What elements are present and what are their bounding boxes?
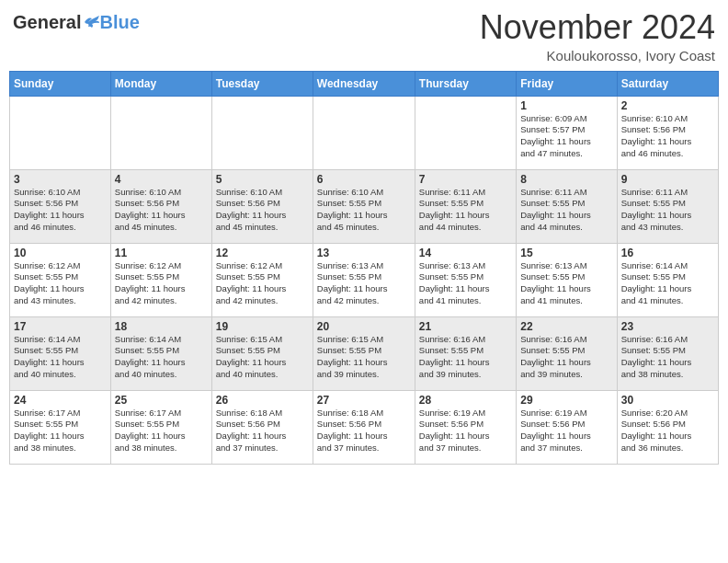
- logo-general-text: General: [13, 13, 81, 31]
- day-info: Sunrise: 6:20 AM Sunset: 5:56 PM Dayligh…: [621, 408, 714, 454]
- calendar-week-row: 10Sunrise: 6:12 AM Sunset: 5:55 PM Dayli…: [10, 243, 719, 316]
- day-info: Sunrise: 6:19 AM Sunset: 5:56 PM Dayligh…: [520, 408, 612, 454]
- day-info: Sunrise: 6:16 AM Sunset: 5:55 PM Dayligh…: [419, 334, 512, 381]
- location-text: Kouloukorosso, Ivory Coast: [480, 48, 715, 63]
- day-number: 21: [419, 320, 512, 333]
- weekday-header-friday: Friday: [517, 71, 617, 96]
- calendar-cell: 30Sunrise: 6:20 AM Sunset: 5:56 PM Dayli…: [617, 390, 718, 464]
- day-info: Sunrise: 6:17 AM Sunset: 5:55 PM Dayligh…: [14, 408, 107, 454]
- calendar-cell: [415, 96, 516, 169]
- calendar-cell: 14Sunrise: 6:13 AM Sunset: 5:55 PM Dayli…: [415, 243, 516, 316]
- calendar-cell: 22Sunrise: 6:16 AM Sunset: 5:55 PM Dayli…: [517, 316, 617, 390]
- day-number: 13: [317, 247, 411, 259]
- calendar-cell: 21Sunrise: 6:16 AM Sunset: 5:55 PM Dayli…: [415, 316, 516, 390]
- day-info: Sunrise: 6:14 AM Sunset: 5:55 PM Dayligh…: [14, 334, 107, 381]
- day-info: Sunrise: 6:14 AM Sunset: 5:55 PM Dayligh…: [115, 334, 208, 381]
- day-number: 16: [621, 247, 714, 259]
- calendar-cell: 15Sunrise: 6:13 AM Sunset: 5:55 PM Dayli…: [517, 243, 617, 316]
- day-number: 17: [14, 320, 107, 333]
- weekday-header-monday: Monday: [110, 71, 211, 96]
- calendar-cell: 26Sunrise: 6:18 AM Sunset: 5:56 PM Dayli…: [211, 390, 313, 464]
- calendar-cell: [10, 96, 111, 169]
- day-number: 24: [14, 394, 107, 407]
- weekday-header-tuesday: Tuesday: [211, 71, 313, 96]
- day-info: Sunrise: 6:18 AM Sunset: 5:56 PM Dayligh…: [216, 408, 309, 454]
- calendar-cell: 17Sunrise: 6:14 AM Sunset: 5:55 PM Dayli…: [10, 316, 111, 390]
- calendar-cell: 4Sunrise: 6:10 AM Sunset: 5:56 PM Daylig…: [110, 169, 211, 243]
- day-number: 28: [419, 394, 512, 407]
- day-number: 27: [317, 394, 411, 407]
- day-number: 10: [14, 247, 107, 259]
- day-info: Sunrise: 6:16 AM Sunset: 5:55 PM Dayligh…: [520, 334, 612, 381]
- calendar-cell: 2Sunrise: 6:10 AM Sunset: 5:56 PM Daylig…: [617, 96, 718, 169]
- day-info: Sunrise: 6:16 AM Sunset: 5:55 PM Dayligh…: [621, 334, 714, 381]
- day-number: 12: [216, 247, 309, 259]
- calendar-cell: 5Sunrise: 6:10 AM Sunset: 5:56 PM Daylig…: [211, 169, 313, 243]
- calendar-cell: 24Sunrise: 6:17 AM Sunset: 5:55 PM Dayli…: [10, 390, 111, 464]
- day-info: Sunrise: 6:19 AM Sunset: 5:56 PM Dayligh…: [419, 408, 512, 454]
- logo: General Blue: [13, 9, 140, 31]
- calendar-cell: 11Sunrise: 6:12 AM Sunset: 5:55 PM Dayli…: [110, 243, 211, 316]
- day-info: Sunrise: 6:12 AM Sunset: 5:55 PM Dayligh…: [14, 260, 107, 307]
- day-number: 1: [520, 99, 612, 112]
- day-info: Sunrise: 6:12 AM Sunset: 5:55 PM Dayligh…: [216, 260, 309, 307]
- calendar-cell: 10Sunrise: 6:12 AM Sunset: 5:55 PM Dayli…: [10, 243, 111, 316]
- day-info: Sunrise: 6:13 AM Sunset: 5:55 PM Dayligh…: [419, 260, 512, 307]
- day-info: Sunrise: 6:09 AM Sunset: 5:57 PM Dayligh…: [520, 113, 612, 160]
- day-info: Sunrise: 6:11 AM Sunset: 5:55 PM Dayligh…: [419, 187, 512, 234]
- calendar-cell: [313, 96, 415, 169]
- calendar-cell: [110, 96, 211, 169]
- calendar-cell: 1Sunrise: 6:09 AM Sunset: 5:57 PM Daylig…: [517, 96, 617, 169]
- weekday-header-sunday: Sunday: [10, 71, 111, 96]
- weekday-header-row: SundayMondayTuesdayWednesdayThursdayFrid…: [10, 71, 719, 96]
- day-info: Sunrise: 6:10 AM Sunset: 5:56 PM Dayligh…: [621, 113, 714, 160]
- calendar-cell: 18Sunrise: 6:14 AM Sunset: 5:55 PM Dayli…: [110, 316, 211, 390]
- calendar-cell: 20Sunrise: 6:15 AM Sunset: 5:55 PM Dayli…: [313, 316, 415, 390]
- day-number: 4: [115, 173, 208, 186]
- day-number: 3: [14, 173, 107, 186]
- day-number: 2: [621, 99, 714, 112]
- day-info: Sunrise: 6:13 AM Sunset: 5:55 PM Dayligh…: [520, 260, 612, 307]
- day-number: 11: [115, 247, 208, 259]
- day-number: 22: [520, 320, 612, 333]
- day-info: Sunrise: 6:10 AM Sunset: 5:56 PM Dayligh…: [14, 187, 107, 234]
- day-info: Sunrise: 6:10 AM Sunset: 5:56 PM Dayligh…: [216, 187, 309, 234]
- day-info: Sunrise: 6:17 AM Sunset: 5:55 PM Dayligh…: [115, 408, 208, 454]
- day-number: 26: [216, 394, 309, 407]
- day-info: Sunrise: 6:14 AM Sunset: 5:55 PM Dayligh…: [621, 260, 714, 307]
- day-info: Sunrise: 6:18 AM Sunset: 5:56 PM Dayligh…: [317, 408, 411, 454]
- day-number: 8: [520, 173, 612, 186]
- day-number: 7: [419, 173, 512, 186]
- title-block: November 2024 Kouloukorosso, Ivory Coast: [480, 9, 715, 63]
- calendar-cell: [211, 96, 313, 169]
- day-number: 29: [520, 394, 612, 407]
- month-title: November 2024: [480, 9, 715, 46]
- calendar-cell: 27Sunrise: 6:18 AM Sunset: 5:56 PM Dayli…: [313, 390, 415, 464]
- day-info: Sunrise: 6:12 AM Sunset: 5:55 PM Dayligh…: [115, 260, 208, 307]
- calendar-cell: 25Sunrise: 6:17 AM Sunset: 5:55 PM Dayli…: [110, 390, 211, 464]
- calendar-week-row: 17Sunrise: 6:14 AM Sunset: 5:55 PM Dayli…: [10, 316, 719, 390]
- day-number: 25: [115, 394, 208, 407]
- page-header: General Blue November 2024 Kouloukorosso…: [9, 9, 719, 63]
- calendar-cell: 8Sunrise: 6:11 AM Sunset: 5:55 PM Daylig…: [517, 169, 617, 243]
- calendar-cell: 19Sunrise: 6:15 AM Sunset: 5:55 PM Dayli…: [211, 316, 313, 390]
- calendar-week-row: 1Sunrise: 6:09 AM Sunset: 5:57 PM Daylig…: [10, 96, 719, 169]
- calendar-cell: 12Sunrise: 6:12 AM Sunset: 5:55 PM Dayli…: [211, 243, 313, 316]
- logo-blue-text: Blue: [99, 13, 139, 31]
- calendar-cell: 29Sunrise: 6:19 AM Sunset: 5:56 PM Dayli…: [517, 390, 617, 464]
- day-number: 23: [621, 320, 714, 333]
- calendar-cell: 3Sunrise: 6:10 AM Sunset: 5:56 PM Daylig…: [10, 169, 111, 243]
- calendar-week-row: 24Sunrise: 6:17 AM Sunset: 5:55 PM Dayli…: [10, 390, 719, 464]
- day-info: Sunrise: 6:11 AM Sunset: 5:55 PM Dayligh…: [621, 187, 714, 234]
- calendar-cell: 28Sunrise: 6:19 AM Sunset: 5:56 PM Dayli…: [415, 390, 516, 464]
- calendar-cell: 7Sunrise: 6:11 AM Sunset: 5:55 PM Daylig…: [415, 169, 516, 243]
- calendar-cell: 13Sunrise: 6:13 AM Sunset: 5:55 PM Dayli…: [313, 243, 415, 316]
- day-number: 6: [317, 173, 411, 186]
- day-number: 19: [216, 320, 309, 333]
- calendar-cell: 9Sunrise: 6:11 AM Sunset: 5:55 PM Daylig…: [617, 169, 718, 243]
- calendar-cell: 16Sunrise: 6:14 AM Sunset: 5:55 PM Dayli…: [617, 243, 718, 316]
- day-info: Sunrise: 6:15 AM Sunset: 5:55 PM Dayligh…: [216, 334, 309, 381]
- calendar-week-row: 3Sunrise: 6:10 AM Sunset: 5:56 PM Daylig…: [10, 169, 719, 243]
- weekday-header-thursday: Thursday: [415, 71, 516, 96]
- day-info: Sunrise: 6:11 AM Sunset: 5:55 PM Dayligh…: [520, 187, 612, 234]
